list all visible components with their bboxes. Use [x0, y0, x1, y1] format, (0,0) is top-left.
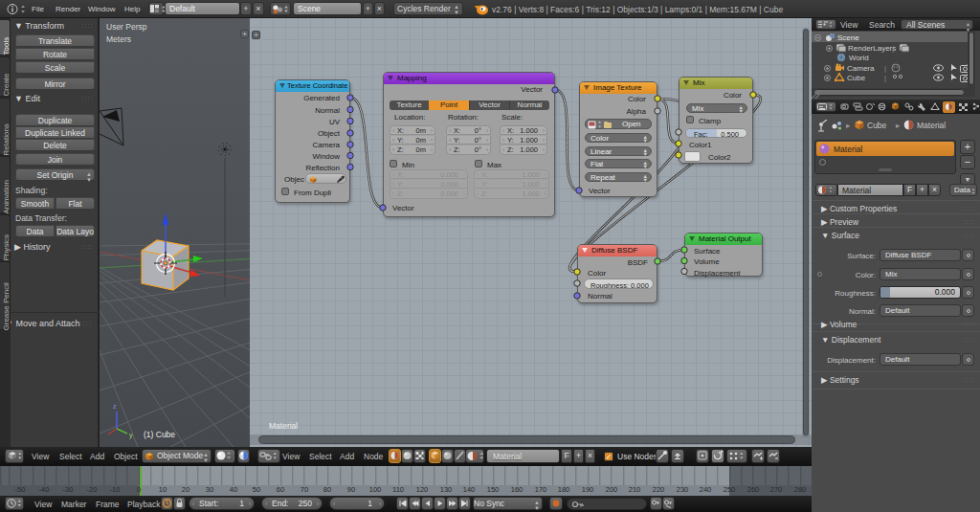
- svg-text:y: y: [129, 432, 133, 439]
- svg-text:z: z: [113, 403, 117, 410]
